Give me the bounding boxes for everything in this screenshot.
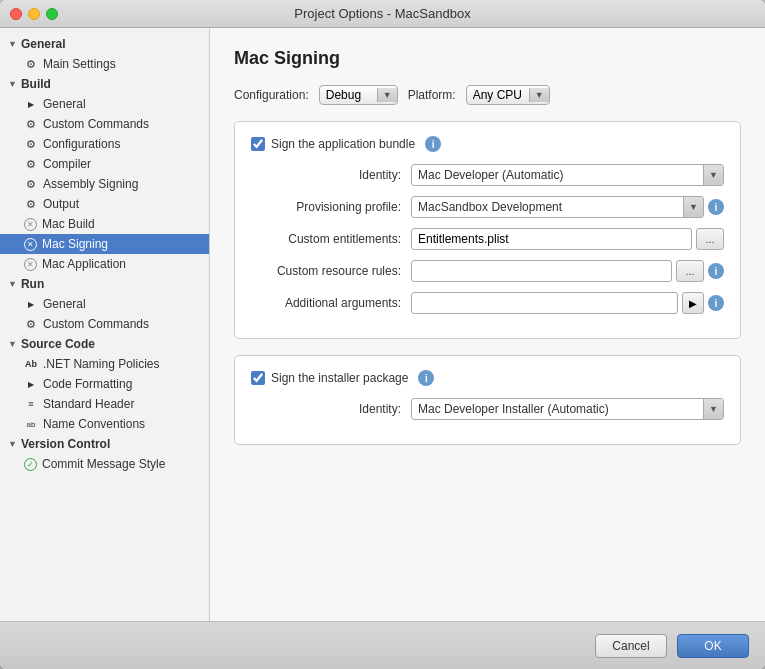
x-circle-icon: ✕ [24,258,37,271]
config-select-arrow-icon: ▼ [377,88,397,102]
installer-identity-dropdown[interactable]: Mac Developer Installer (Automatic) ▼ [411,398,724,420]
sidebar-section-general[interactable]: ▼ General [0,34,209,54]
config-row: Configuration: Debug Release ▼ Platform:… [234,85,741,105]
config-select-wrapper[interactable]: Debug Release ▼ [319,85,398,105]
sidebar-item-label: General [43,97,86,111]
sidebar-item-label: Custom Commands [43,117,149,131]
sidebar-item-general[interactable]: ▶ General [0,94,209,114]
custom-resource-info-icon[interactable]: i [708,263,724,279]
sidebar-item-run-custom-commands[interactable]: Custom Commands [0,314,209,334]
sidebar-section-build[interactable]: ▼ Build [0,74,209,94]
sidebar-item-custom-commands[interactable]: Custom Commands [0,114,209,134]
identity-dropdown[interactable]: Mac Developer (Automatic) ▼ [411,164,724,186]
sidebar-item-code-formatting[interactable]: ▶ Code Formatting [0,374,209,394]
arrow-right-icon: ▶ [24,300,38,309]
platform-select[interactable]: Any CPU x86 x64 [467,86,529,104]
cancel-button[interactable]: Cancel [595,634,667,658]
additional-args-info-icon[interactable]: i [708,295,724,311]
sidebar-item-label: Mac Signing [42,237,108,251]
sidebar-item-label: Configurations [43,137,120,151]
sidebar-item-name-conventions[interactable]: ab Name Conventions [0,414,209,434]
additional-args-play-button[interactable]: ▶ [682,292,704,314]
sidebar-item-label: Custom Commands [43,317,149,331]
config-select[interactable]: Debug Release [320,86,377,104]
close-button[interactable] [10,8,22,20]
traffic-lights [10,8,58,20]
custom-resource-input[interactable] [411,260,672,282]
sidebar-item-assembly-signing[interactable]: Assembly Signing [0,174,209,194]
sidebar-item-mac-signing[interactable]: ✕ Mac Signing [0,234,209,254]
custom-entitlements-input[interactable] [411,228,692,250]
sidebar-item-compiler[interactable]: Compiler [0,154,209,174]
provisioning-dropdown-arrow[interactable]: ▼ [683,196,703,218]
gear-icon [24,178,38,191]
maximize-button[interactable] [46,8,58,20]
custom-entitlements-label: Custom entitlements: [251,232,411,246]
installer-identity-label: Identity: [251,402,411,416]
installer-identity-row: Identity: Mac Developer Installer (Autom… [251,398,724,420]
sidebar-item-label: Name Conventions [43,417,145,431]
custom-entitlements-browse-button[interactable]: ... [696,228,724,250]
gear-icon [24,158,38,171]
platform-select-wrapper[interactable]: Any CPU x86 x64 ▼ [466,85,550,105]
gear-icon [24,138,38,151]
provisioning-label: Provisioning profile: [251,200,411,214]
provisioning-info-icon[interactable]: i [708,199,724,215]
sidebar-item-output[interactable]: Output [0,194,209,214]
custom-resource-label: Custom resource rules: [251,264,411,278]
sidebar-section-source-code[interactable]: ▼ Source Code [0,334,209,354]
custom-resource-row: Custom resource rules: ... i [251,260,724,282]
sidebar-section-source-code-label: Source Code [21,337,95,351]
custom-resource-browse-button[interactable]: ... [676,260,704,282]
sidebar-item-label: Compiler [43,157,91,171]
provisioning-value: MacSandbox Development [412,198,683,216]
sign-installer-checkbox[interactable] [251,371,265,385]
minimize-button[interactable] [28,8,40,20]
sidebar-item-standard-header[interactable]: ≡ Standard Header [0,394,209,414]
title-bar: Project Options - MacSandbox [0,0,765,28]
sidebar-item-label: Mac Application [42,257,126,271]
arrow-right-icon: ▶ [24,100,38,109]
installer-identity-value: Mac Developer Installer (Automatic) [412,400,703,418]
arrow-right-icon: ▶ [24,380,38,389]
installer-identity-dropdown-arrow[interactable]: ▼ [703,398,723,420]
sidebar-item-commit-message[interactable]: ✓ Commit Message Style [0,454,209,474]
additional-args-label: Additional arguments: [251,296,411,310]
sidebar-item-net-naming[interactable]: Ab .NET Naming Policies [0,354,209,374]
sidebar-item-mac-application[interactable]: ✕ Mac Application [0,254,209,274]
sign-installer-info-icon[interactable]: i [418,370,434,386]
ab-small-icon: ab [24,420,38,429]
additional-args-input[interactable] [411,292,678,314]
gear-icon [24,118,38,131]
sidebar-item-label: Output [43,197,79,211]
x-circle-icon: ✕ [24,218,37,231]
sidebar: ▼ General Main Settings ▼ Build ▶ Genera… [0,28,210,621]
footer: Cancel OK [0,621,765,669]
gear-icon [24,318,38,331]
sidebar-item-label: Commit Message Style [42,457,165,471]
additional-args-row: Additional arguments: ▶ i [251,292,724,314]
arrow-down-icon: ▼ [8,39,17,49]
sidebar-item-label: Standard Header [43,397,134,411]
sidebar-section-version-control[interactable]: ▼ Version Control [0,434,209,454]
ok-button[interactable]: OK [677,634,749,658]
identity-dropdown-arrow[interactable]: ▼ [703,164,723,186]
sidebar-section-version-control-label: Version Control [21,437,110,451]
identity-row: Identity: Mac Developer (Automatic) ▼ [251,164,724,186]
sidebar-item-label: .NET Naming Policies [43,357,159,371]
sidebar-item-main-settings[interactable]: Main Settings [0,54,209,74]
sidebar-item-label: Code Formatting [43,377,132,391]
check-circle-icon: ✓ [24,458,37,471]
sidebar-item-run-general[interactable]: ▶ General [0,294,209,314]
provisioning-dropdown[interactable]: MacSandbox Development ▼ [411,196,704,218]
lines-icon: ≡ [24,399,38,409]
ab-icon: Ab [24,359,38,369]
sign-bundle-label: Sign the application bundle [271,137,415,151]
sidebar-item-mac-build[interactable]: ✕ Mac Build [0,214,209,234]
sign-installer-checkbox-row: Sign the installer package i [251,370,724,386]
sidebar-item-configurations[interactable]: Configurations [0,134,209,154]
sidebar-section-run[interactable]: ▼ Run [0,274,209,294]
arrow-down-icon: ▼ [8,79,17,89]
sign-bundle-checkbox[interactable] [251,137,265,151]
sign-bundle-info-icon[interactable]: i [425,136,441,152]
